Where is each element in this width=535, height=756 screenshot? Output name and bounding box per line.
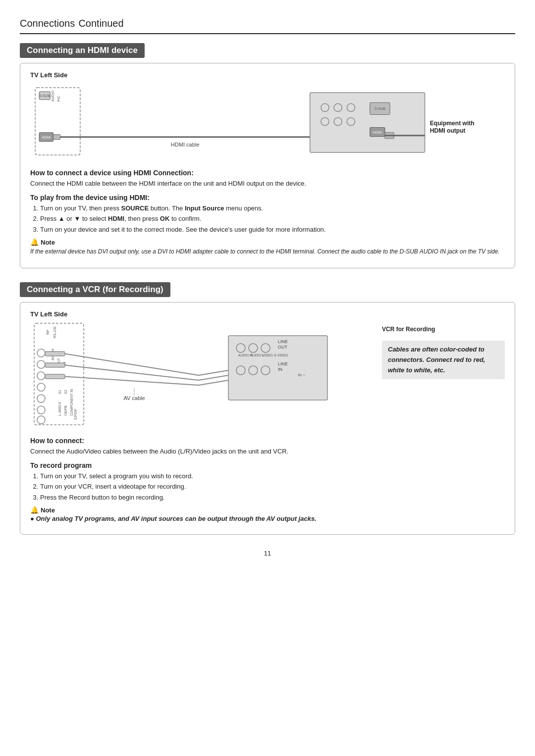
title-continued: Continued	[78, 18, 123, 29]
svg-text:HDMI output: HDMI output	[430, 127, 466, 134]
hdmi-step-3: Turn on your device and set it to the co…	[40, 225, 505, 235]
svg-text:S/PDIF: S/PDIF	[74, 408, 77, 420]
svg-point-29	[37, 360, 45, 368]
vcr-tv-side-label: TV Left Side	[30, 310, 505, 318]
hdmi-to-play-heading: To play from the device using HDMI:	[30, 194, 505, 202]
svg-point-38	[37, 406, 45, 414]
hdmi-note-box: 🔔 Note If the external device has DVI ou…	[30, 238, 505, 256]
vcr-right-panel: VCR for Recording Cables are often color…	[382, 321, 505, 379]
vcr-label-area: VCR for Recording	[382, 326, 435, 333]
vcr-note-text: ● Only analog TV programs, and AV input …	[30, 515, 505, 522]
svg-text:OUT: OUT	[278, 345, 288, 350]
svg-line-70	[199, 380, 228, 385]
svg-point-34	[37, 383, 45, 391]
svg-text:HDMI: HDMI	[373, 131, 382, 134]
svg-rect-10	[310, 93, 425, 152]
hdmi-section-header: Connecting an HDMI device	[20, 43, 515, 63]
svg-text:L-4480-II: L-4480-II	[58, 402, 61, 416]
svg-line-68	[199, 370, 228, 375]
svg-text:D-SUB: D-SUB	[374, 107, 385, 110]
svg-text:PIC: PIC	[57, 96, 61, 101]
vcr-note-label: Note	[41, 506, 55, 514]
svg-text:S1: S1	[58, 390, 61, 394]
hdmi-to-play-steps: Turn on your TV, then press SOURCE butto…	[40, 203, 505, 235]
svg-rect-46	[45, 374, 65, 379]
hdmi-step-1: Turn on your TV, then press SOURCE butto…	[40, 203, 505, 213]
vcr-note-box: 🔔 Note ● Only analog TV programs, and AV…	[30, 506, 505, 522]
svg-text:S2: S2	[64, 390, 67, 394]
svg-rect-7	[53, 135, 60, 140]
vcr-to-record-heading: To record program	[30, 461, 505, 469]
vcr-diagram-svg: RF RS-232 AV2/D4 OUT IN S1 S2 L-4480-II …	[30, 321, 377, 430]
svg-point-28	[37, 349, 45, 357]
hdmi-note-text: If the external device has DVI output on…	[30, 247, 505, 256]
svg-text:S-VIDEO: S-VIDEO	[274, 353, 288, 357]
svg-text:LINE: LINE	[278, 339, 288, 344]
svg-rect-44	[45, 352, 65, 356]
hdmi-note-label: Note	[41, 239, 55, 246]
vcr-to-record-steps: Turn on your TV, select a program you wi…	[40, 471, 505, 503]
vcr-section-header: Connecting a VCR (for Recording)	[20, 282, 515, 302]
hdmi-step-2: Press ▲ or ▼ to select HDMI, then press …	[40, 214, 505, 224]
vcr-note-icon: 🔔	[30, 506, 39, 514]
svg-text:HDMI cable: HDMI cable	[171, 142, 200, 148]
hdmi-diagram-svg: D-SUB AUDIO PIC HDMI HDMI cable	[30, 82, 505, 161]
svg-text:COMPONENT IN: COMPONENT IN	[70, 389, 73, 416]
svg-point-35	[37, 395, 45, 403]
svg-point-30	[37, 372, 45, 380]
svg-text:CB/PB: CB/PB	[64, 405, 67, 416]
svg-text:HDMI: HDMI	[42, 136, 51, 139]
vcr-record-step-3: Press the Record button to begin recordi…	[40, 493, 505, 503]
hdmi-how-to-connect-heading: How to connect a device using HDMI Conne…	[30, 169, 505, 177]
svg-rect-45	[45, 363, 65, 367]
svg-text:VIDEO: VIDEO	[262, 353, 273, 357]
note-icon: 🔔	[30, 238, 39, 246]
hdmi-tv-side-label: TV Left Side	[30, 71, 505, 79]
vcr-how-to-connect-text: Connect the Audio/Video cables between t…	[30, 447, 505, 456]
svg-text:Equipment with: Equipment with	[430, 120, 475, 127]
page-title: Connections Continued	[20, 15, 515, 34]
vcr-diagram-container: RF RS-232 AV2/D4 OUT IN S1 S2 L-4480-II …	[30, 321, 505, 430]
svg-point-39	[37, 416, 45, 424]
title-text: Connections	[20, 18, 75, 29]
vcr-label: VCR for Recording	[382, 326, 435, 333]
svg-text:LINE: LINE	[278, 361, 288, 366]
cable-note-box: Cables are often color-coded to connecto…	[382, 341, 505, 379]
hdmi-diagram-area: D-SUB AUDIO PIC HDMI HDMI cable	[30, 82, 505, 161]
svg-line-69	[199, 375, 228, 380]
svg-text:AUDIO: AUDIO	[51, 90, 54, 101]
svg-text:IN: IN	[278, 367, 282, 372]
vcr-how-to-connect-heading: How to connect:	[30, 437, 505, 445]
page-number: 11	[20, 550, 515, 557]
vcr-record-step-2: Turn on your VCR, insert a videotape for…	[40, 482, 505, 492]
svg-text:D-SUB: D-SUB	[39, 94, 50, 98]
hdmi-how-to-connect-text: Connect the HDMI cable between the HDMI …	[30, 179, 505, 189]
svg-text:RF: RF	[46, 329, 50, 335]
vcr-record-step-1: Turn on your TV, select a program you wi…	[40, 471, 505, 481]
svg-line-47	[65, 354, 199, 376]
vcr-connection-box: TV Left Side RF RS-232 AV2/D4 OUT IN S1 …	[20, 302, 515, 535]
svg-text:RS-232: RS-232	[53, 326, 56, 338]
hdmi-connection-box: TV Left Side D-SUB AUDIO PIC HDMI HDMI c…	[20, 63, 515, 268]
svg-text:IN ○: IN ○	[298, 373, 305, 377]
